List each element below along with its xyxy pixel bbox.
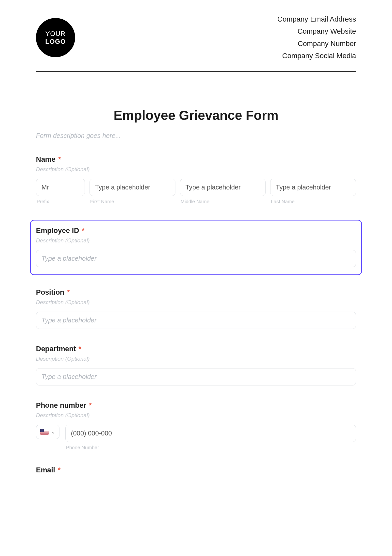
label-phone: Phone number * xyxy=(36,401,356,410)
label-email: Email * xyxy=(36,466,356,474)
sub-phone: Description (Optional) xyxy=(36,412,356,419)
middle-name-input[interactable] xyxy=(180,179,266,196)
last-name-input[interactable] xyxy=(270,179,356,196)
company-info: Company Email Address Company Website Co… xyxy=(277,13,356,62)
logo-placeholder: YOUR LOGO xyxy=(36,18,75,57)
required-mark: * xyxy=(82,226,85,235)
chevron-down-icon: ⌄ xyxy=(51,429,55,434)
page-header: YOUR LOGO Company Email Address Company … xyxy=(36,13,356,72)
required-mark: * xyxy=(67,288,70,296)
form-description[interactable]: Form description goes here... xyxy=(36,132,356,139)
phone-input[interactable] xyxy=(65,425,356,442)
logo-text-line2: LOGO xyxy=(45,38,66,45)
sublabel-first: First Name xyxy=(90,199,175,204)
required-mark: * xyxy=(78,345,81,353)
sub-position: Description (Optional) xyxy=(36,299,356,306)
label-position: Position * xyxy=(36,288,356,297)
prefix-input[interactable] xyxy=(36,179,85,196)
sublabel-middle: Middle Name xyxy=(180,199,266,204)
field-email: Email * xyxy=(36,466,356,474)
label-department: Department * xyxy=(36,345,356,353)
label-employee-id: Employee ID * xyxy=(36,226,356,235)
sub-name: Description (Optional) xyxy=(36,166,356,173)
sub-department: Description (Optional) xyxy=(36,356,356,362)
field-department: Department * Description (Optional) xyxy=(36,345,356,385)
company-website: Company Website xyxy=(277,25,356,37)
form-title: Employee Grievance Form xyxy=(36,108,356,123)
required-mark: * xyxy=(58,155,61,163)
required-mark: * xyxy=(58,466,61,474)
company-social: Company Social Media xyxy=(277,50,356,62)
sublabel-phone: Phone Number xyxy=(65,445,356,450)
country-code-select[interactable]: ⌄ xyxy=(36,425,59,439)
company-email: Company Email Address xyxy=(277,13,356,25)
us-flag-icon xyxy=(40,429,49,435)
field-employee-id[interactable]: Employee ID * Description (Optional) xyxy=(30,220,362,275)
department-input[interactable] xyxy=(36,368,356,385)
field-position: Position * Description (Optional) xyxy=(36,288,356,329)
logo-text-line1: YOUR xyxy=(45,30,66,38)
required-mark: * xyxy=(89,401,92,409)
first-name-input[interactable] xyxy=(90,179,175,196)
field-name: Name * Description (Optional) Prefix Fir… xyxy=(36,155,356,204)
sublabel-prefix: Prefix xyxy=(36,199,85,204)
sub-employee-id: Description (Optional) xyxy=(36,237,356,244)
company-number: Company Number xyxy=(277,38,356,50)
label-name: Name * xyxy=(36,155,356,164)
position-input[interactable] xyxy=(36,312,356,329)
employee-id-input[interactable] xyxy=(36,250,356,267)
sublabel-last: Last Name xyxy=(270,199,356,204)
field-phone: Phone number * Description (Optional) ⌄ … xyxy=(36,401,356,450)
